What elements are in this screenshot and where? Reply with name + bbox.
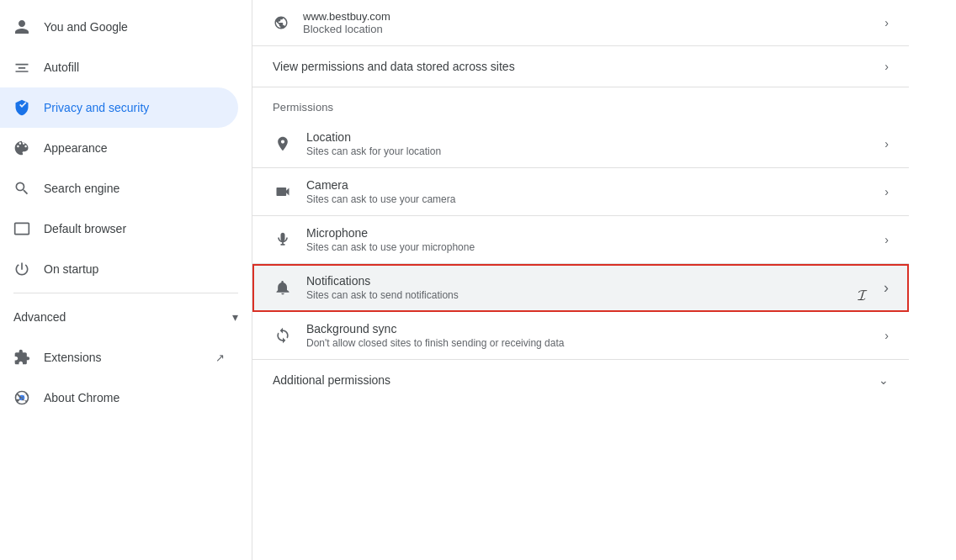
sidebar-item-label-about-chrome: About Chrome	[44, 391, 120, 404]
permission-title-location: Location	[306, 130, 871, 144]
sidebar-item-label-you-and-google: You and Google	[44, 20, 128, 34]
site-status: Blocked location	[303, 23, 871, 35]
bell-icon	[273, 279, 293, 296]
main-content: www.bestbuy.com Blocked location › View …	[252, 0, 956, 560]
permission-desc-camera: Sites can ask to use your camera	[306, 193, 871, 205]
sidebar-item-label-search: Search engine	[44, 182, 120, 195]
chevron-right-icon: ›	[884, 233, 889, 246]
permission-title-camera: Camera	[306, 178, 871, 192]
sidebar-item-label-autofill: Autofill	[44, 61, 79, 74]
permission-desc-microphone: Sites can ask to use your microphone	[306, 241, 871, 253]
sync-icon	[273, 327, 293, 344]
permission-title-background-sync: Background sync	[306, 322, 871, 335]
chevron-right-icon: ›	[884, 16, 889, 29]
sidebar-item-label-privacy: Privacy and security	[44, 101, 149, 114]
chevron-right-icon: ›	[884, 329, 889, 342]
permission-info-background-sync: Background sync Don't allow closed sites…	[306, 322, 871, 349]
external-link-icon: ↗	[215, 351, 225, 364]
advanced-label: Advanced	[13, 310, 66, 324]
permission-desc-notifications: Sites can ask to send notifications	[306, 289, 870, 301]
location-icon	[273, 135, 293, 152]
camera-icon	[273, 183, 293, 200]
permission-info-notifications: Notifications Sites can ask to send noti…	[306, 274, 870, 301]
permission-info-location: Location Sites can ask for your location	[306, 130, 871, 157]
view-permissions-row[interactable]: View permissions and data stored across …	[252, 46, 909, 87]
shield-icon	[13, 99, 30, 116]
permission-row-notifications[interactable]: Notifications Sites can ask to send noti…	[252, 264, 909, 312]
globe-icon	[273, 15, 289, 30]
sidebar-item-about-chrome[interactable]: About Chrome	[0, 378, 238, 418]
sidebar-item-you-and-google[interactable]: You and Google	[0, 7, 238, 47]
permission-row-location[interactable]: Location Sites can ask for your location…	[252, 120, 909, 168]
content-inner: www.bestbuy.com Blocked location › View …	[252, 0, 909, 400]
chrome-icon	[13, 389, 30, 406]
sidebar-item-label-appearance: Appearance	[44, 141, 108, 155]
sidebar-item-extensions[interactable]: Extensions ↗	[0, 337, 238, 378]
permission-row-camera[interactable]: Camera Sites can ask to use your camera …	[252, 168, 909, 216]
sidebar-item-default-browser[interactable]: Default browser	[0, 209, 238, 249]
sidebar-item-label-extensions: Extensions	[44, 351, 101, 364]
sidebar-item-label-default-browser: Default browser	[44, 222, 126, 235]
sidebar-item-autofill[interactable]: Autofill	[0, 47, 238, 87]
sidebar-item-privacy-and-security[interactable]: Privacy and security	[0, 87, 238, 128]
microphone-icon	[273, 231, 293, 248]
additional-permissions-label: Additional permissions	[273, 373, 865, 387]
chevron-right-icon: ›	[884, 60, 889, 73]
site-row[interactable]: www.bestbuy.com Blocked location ›	[252, 0, 909, 46]
permission-title-notifications: Notifications	[306, 274, 870, 288]
person-icon	[13, 18, 30, 35]
autofill-icon	[13, 59, 30, 76]
power-icon	[13, 261, 30, 277]
permission-desc-location: Sites can ask for your location	[306, 145, 871, 157]
permissions-section-header: Permissions	[252, 87, 909, 120]
sidebar-item-label-on-startup: On startup	[44, 262, 98, 276]
advanced-section[interactable]: Advanced ▾	[0, 297, 252, 337]
permission-info-camera: Camera Sites can ask to use your camera	[306, 178, 871, 205]
permission-desc-background-sync: Don't allow closed sites to finish sendi…	[306, 337, 871, 349]
sidebar-divider	[13, 293, 238, 293]
chevron-down-icon: ▾	[232, 310, 238, 324]
sidebar-item-appearance[interactable]: Appearance	[0, 128, 238, 168]
permission-row-microphone[interactable]: Microphone Sites can ask to use your mic…	[252, 216, 909, 264]
chevron-right-icon: ›	[884, 137, 889, 151]
site-url: www.bestbuy.com	[303, 10, 871, 23]
permission-info-microphone: Microphone Sites can ask to use your mic…	[306, 226, 871, 253]
site-info: www.bestbuy.com Blocked location	[303, 10, 871, 35]
permission-title-microphone: Microphone	[306, 226, 871, 240]
chevron-right-icon: ›	[884, 185, 889, 198]
sidebar-item-search-engine[interactable]: Search engine	[0, 168, 238, 209]
palette-icon	[13, 140, 30, 156]
permission-row-background-sync[interactable]: Background sync Don't allow closed sites…	[252, 312, 909, 360]
chevron-down-icon: ⌄	[879, 373, 889, 387]
cursor-indicator: 𝓘	[858, 287, 867, 304]
chevron-right-icon: ›	[884, 279, 889, 297]
browser-icon	[13, 220, 30, 237]
sidebar-item-on-startup[interactable]: On startup	[0, 249, 238, 289]
sidebar: You and Google Autofill Privacy and secu…	[0, 0, 252, 560]
additional-permissions-row[interactable]: Additional permissions ⌄	[252, 360, 909, 400]
puzzle-icon	[13, 349, 30, 366]
view-permissions-label: View permissions and data stored across …	[273, 60, 871, 73]
search-icon	[13, 180, 30, 197]
